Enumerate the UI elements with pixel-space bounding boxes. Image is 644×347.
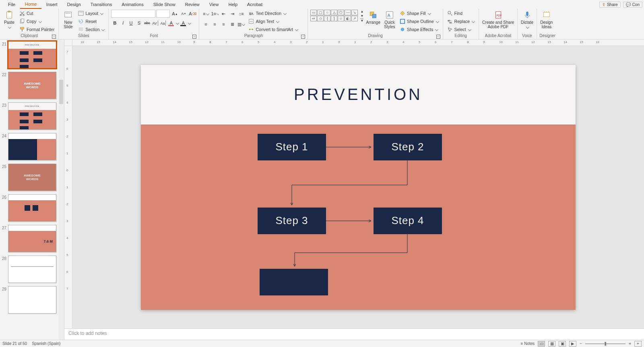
zoom-in-button[interactable]: + [629, 341, 631, 346]
shadow-button[interactable]: S [135, 19, 142, 27]
align-left-button[interactable]: ≡ [202, 20, 210, 28]
shape-gallery-item[interactable]: { [324, 16, 330, 21]
vertical-ruler[interactable]: 765432101234567 [64, 46, 72, 328]
step-box-1[interactable]: Step 1 [258, 134, 326, 160]
find-button[interactable]: Find [446, 10, 477, 17]
dictate-button[interactable]: Dictate [520, 10, 534, 29]
cut-button[interactable]: Cut [18, 10, 56, 17]
font-color-button[interactable]: A [167, 19, 175, 27]
numbering-button[interactable]: 1≡ [211, 10, 219, 18]
columns-button[interactable]: ▥ [237, 20, 245, 28]
shape-gallery-item[interactable]: ◐ [345, 16, 351, 21]
bullets-button[interactable]: ≡ [202, 10, 210, 18]
shape-effects-button[interactable]: Shape Effects [398, 26, 440, 33]
tab-slide-show[interactable]: Slide Show [149, 0, 180, 9]
shape-gallery-item[interactable]: ↗ [351, 16, 358, 21]
normal-view-button[interactable]: ▭ [538, 341, 545, 347]
copy-button[interactable]: Copy [18, 18, 56, 25]
smartart-button[interactable]: Convert to SmartArt [247, 26, 299, 33]
tab-transitions[interactable]: Transitions [86, 0, 117, 9]
align-center-button[interactable]: ≡ [211, 20, 219, 28]
thumbnail-row[interactable]: 21PREVENTION [0, 41, 64, 69]
thumbnail[interactable] [8, 133, 56, 160]
font-size-combo[interactable] [156, 10, 170, 18]
shape-gallery-item[interactable]: ⬠ [338, 10, 344, 15]
horizontal-ruler[interactable]: 1615141312111098765432101234567891011121… [72, 39, 644, 46]
shape-gallery-item[interactable]: ◇ [317, 16, 324, 21]
quick-styles-button[interactable]: A Quick Styles [383, 10, 396, 29]
thumbnail[interactable]: PREVENTION [8, 41, 56, 69]
zoom-out-button[interactable]: − [580, 341, 582, 346]
thumbnail-row[interactable]: 29 [0, 286, 64, 314]
thumbnail[interactable] [8, 286, 56, 314]
reset-button[interactable]: Reset [76, 18, 106, 25]
thumbnail[interactable]: AWESOME WORDS [8, 164, 56, 191]
thumbnail[interactable]: AWESOME WORDS [8, 72, 56, 99]
sorter-view-button[interactable]: ▦ [548, 341, 555, 347]
step-box-4[interactable]: Step 4 [374, 208, 442, 234]
shape-gallery-item[interactable]: ☆ [338, 16, 344, 21]
thumbnail-row[interactable]: 22AWESOME WORDS [0, 72, 64, 99]
new-slide-button[interactable]: New Slide [61, 10, 75, 29]
thumbnail-row[interactable]: 24 [0, 133, 64, 160]
tab-home[interactable]: Home [20, 0, 41, 9]
tab-acrobat[interactable]: Acrobat [242, 0, 267, 9]
slide-canvas[interactable]: PREVENTION Step 1 Step 2 Step 3 Step 4 [141, 65, 576, 310]
tab-file[interactable]: File [3, 0, 20, 9]
select-button[interactable]: Select [446, 26, 477, 33]
font-family-combo[interactable] [111, 10, 155, 18]
layout-button[interactable]: Layout [76, 10, 106, 17]
grow-font-button[interactable]: A▲ [171, 10, 179, 18]
italic-button[interactable]: I [119, 19, 126, 27]
thumbnails-scrollbar[interactable] [58, 39, 64, 340]
slideshow-view-button[interactable]: ▶ [569, 341, 576, 347]
drawing-launcher[interactable]: ⌐ [436, 35, 440, 39]
tab-help[interactable]: Help [223, 0, 242, 9]
arrange-button[interactable]: Arrange [365, 10, 381, 25]
increase-indent-button[interactable]: ⇥ [228, 10, 236, 18]
thumbnail-row[interactable]: 23PREVENTION [0, 102, 64, 130]
thumbnail[interactable] [8, 194, 56, 222]
strike-button[interactable]: abc [143, 19, 151, 27]
tab-view[interactable]: View [204, 0, 224, 9]
shrink-font-button[interactable]: A▼ [180, 10, 188, 18]
shape-gallery-item[interactable]: } [331, 16, 337, 21]
step-box-2[interactable]: Step 2 [374, 134, 442, 160]
notes-pane[interactable]: Click to add notes [64, 328, 644, 340]
underline-button[interactable]: U [127, 19, 134, 27]
bold-button[interactable]: B [111, 19, 118, 27]
align-text-button[interactable]: Align Text [247, 18, 299, 25]
tab-design[interactable]: Design [62, 0, 86, 9]
slide-thumbnails-pane[interactable]: 21PREVENTION22AWESOME WORDS23PREVENTION2… [0, 39, 64, 340]
char-spacing-button[interactable]: AV [151, 19, 159, 27]
shape-gallery-item[interactable]: ↘ [351, 10, 358, 15]
paste-button[interactable]: Paste [2, 10, 16, 29]
reading-view-button[interactable]: ▣ [559, 341, 566, 347]
thumbnail-row[interactable]: 277.6 M [0, 225, 64, 252]
fit-to-window-button[interactable]: + [634, 341, 642, 347]
tab-review[interactable]: Review [180, 0, 204, 9]
format-painter-button[interactable]: Format Painter [18, 26, 56, 33]
shape-gallery-item[interactable]: △ [331, 10, 337, 15]
thumbnail-row[interactable]: 28 [0, 256, 64, 283]
notes-toggle[interactable]: ≡ Notes [521, 341, 535, 346]
thumbnail-row[interactable]: 26 [0, 194, 64, 222]
tab-insert[interactable]: Insert [41, 0, 62, 9]
thumbnail[interactable]: PREVENTION [8, 102, 56, 130]
slide-counter[interactable]: Slide 21 of 50 [2, 341, 27, 346]
align-right-button[interactable]: ≡ [219, 20, 227, 28]
comments-button[interactable]: 💬 Con [623, 2, 642, 8]
language-indicator[interactable]: Spanish (Spain) [32, 341, 60, 346]
shape-outline-button[interactable]: Shape Outline [398, 18, 440, 25]
section-button[interactable]: Section [76, 26, 106, 33]
line-spacing-button[interactable]: ↕≡ [237, 10, 245, 18]
thumbnail-row[interactable]: 25AWESOME WORDS [0, 164, 64, 191]
shape-gallery-item[interactable]: — [345, 10, 351, 15]
step-box-3[interactable]: Step 3 [258, 208, 326, 234]
zoom-slider[interactable] [585, 343, 625, 344]
thumbnail[interactable]: 7.6 M [8, 225, 56, 252]
decrease-indent-button[interactable]: ⇤ [219, 10, 227, 18]
tab-animations[interactable]: Animations [117, 0, 148, 9]
highlight-button[interactable]: A [180, 19, 187, 27]
font-launcher[interactable]: ⌐ [192, 35, 196, 39]
